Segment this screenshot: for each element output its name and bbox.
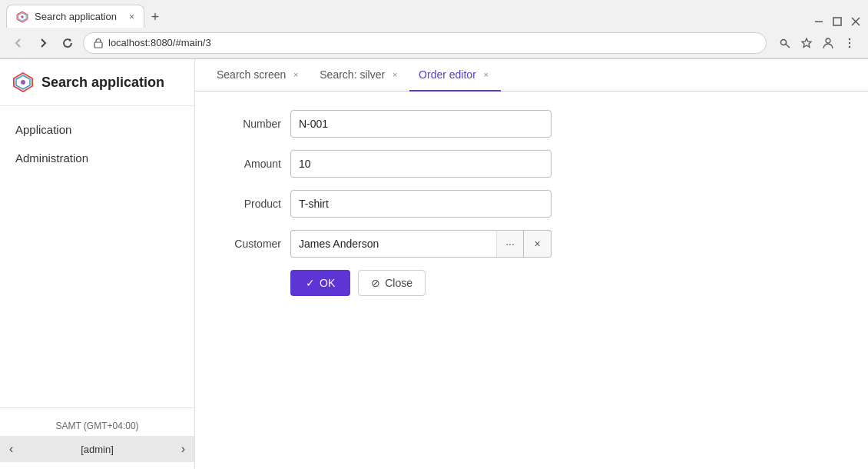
app-title: Search application [41,75,164,91]
svg-line-9 [786,44,790,48]
key-icon[interactable] [776,34,794,52]
sidebar-nav: Application Administration [0,106,194,407]
reload-icon [61,37,74,49]
forward-button[interactable] [34,34,52,52]
new-tab-button[interactable]: + [144,6,166,28]
svg-point-17 [21,80,25,85]
amount-label: Amount [220,158,281,170]
maximize-icon [833,17,842,26]
star-svg-icon [800,37,813,49]
tab-search-silver-label: Search: silver [320,68,385,81]
number-row: Number [220,110,843,138]
ok-button[interactable]: ✓ OK [290,270,350,296]
sidebar-collapse-button[interactable]: ‹ [9,442,13,456]
browser-tab-label: Search application [35,11,117,22]
svg-point-11 [826,38,830,43]
amount-input[interactable] [290,150,552,178]
close-button[interactable]: ⊘ Close [358,270,426,296]
customer-clear-button[interactable]: × [524,230,552,258]
svg-point-2 [21,15,23,18]
customer-lookup-button[interactable]: ··· [496,230,524,258]
customer-field-wrapper: ··· × [290,230,552,258]
customer-input[interactable] [290,230,496,258]
tab-order-editor-label: Order editor [419,68,476,81]
browser-tab-close-icon[interactable]: × [129,12,134,22]
address-bar[interactable]: localhost:8080/#main/3 [83,32,767,54]
sidebar-header: Search application [0,59,194,106]
form-actions: ✓ OK ⊘ Close [290,270,843,296]
svg-point-13 [849,42,850,43]
reload-button[interactable] [58,34,77,52]
back-icon [12,37,25,49]
main-content: Search screen × Search: silver × Order e… [195,59,868,469]
tab-search-screen-label: Search screen [217,68,286,81]
key-svg-icon [779,37,791,49]
close-icon: ⊘ [371,277,380,289]
bookmark-icon[interactable] [797,34,816,52]
svg-rect-7 [94,42,102,48]
sidebar-item-application[interactable]: Application [0,115,194,144]
svg-point-12 [849,38,850,39]
user-label: [admin] [19,444,174,455]
svg-point-8 [781,39,787,45]
svg-rect-4 [833,18,841,25]
back-button[interactable] [9,34,28,52]
ok-icon: ✓ [306,277,315,289]
app-tab-bar: Search screen × Search: silver × Order e… [195,59,868,91]
number-input[interactable] [290,110,552,138]
product-label: Product [220,198,281,210]
address-text: localhost:8080/#main/3 [108,37,211,48]
sidebar-item-administration[interactable]: Administration [0,144,194,172]
window-maximize-button[interactable] [831,15,843,28]
tab-favicon-icon [16,11,28,23]
number-label: Number [220,118,281,130]
close-label: Close [385,277,412,289]
product-input[interactable] [290,190,552,218]
customer-label: Customer [220,238,281,250]
tab-search-screen[interactable]: Search screen × [207,59,310,91]
window-close-button[interactable] [850,15,862,28]
forward-icon [37,37,49,49]
profile-icon[interactable] [819,34,837,52]
tab-search-silver[interactable]: Search: silver × [310,59,409,91]
customer-row: Customer ··· × [220,230,843,258]
user-bar: ‹ [admin] › [0,436,194,462]
sidebar: Search application Application Administr… [0,59,195,469]
sidebar-expand-button[interactable]: › [181,442,185,456]
svg-rect-3 [815,22,823,23]
ok-label: OK [320,277,335,289]
sidebar-footer: SAMT (GMT+04:00) ‹ [admin] › [0,407,194,469]
tab-order-editor[interactable]: Order editor × [409,59,501,91]
svg-marker-10 [802,38,811,47]
window-minimize-button[interactable] [813,15,825,28]
browser-tab-active[interactable]: Search application × [6,5,144,28]
menu-icon[interactable] [840,34,859,52]
app-logo-icon [12,72,34,93]
amount-row: Amount [220,150,843,178]
lock-icon [93,38,104,48]
user-svg-icon [822,37,834,49]
order-editor-form: Number Amount Product Customer ··· × [195,91,868,314]
svg-point-14 [849,45,850,47]
dots-svg-icon [843,37,856,49]
timezone-label: SAMT (GMT+04:00) [0,416,194,436]
product-row: Product [220,190,843,218]
tab-search-screen-close[interactable]: × [290,69,301,80]
minimize-icon [814,17,823,26]
close-icon [851,17,860,26]
tab-search-silver-close[interactable]: × [389,69,400,80]
tab-order-editor-close[interactable]: × [481,69,492,80]
